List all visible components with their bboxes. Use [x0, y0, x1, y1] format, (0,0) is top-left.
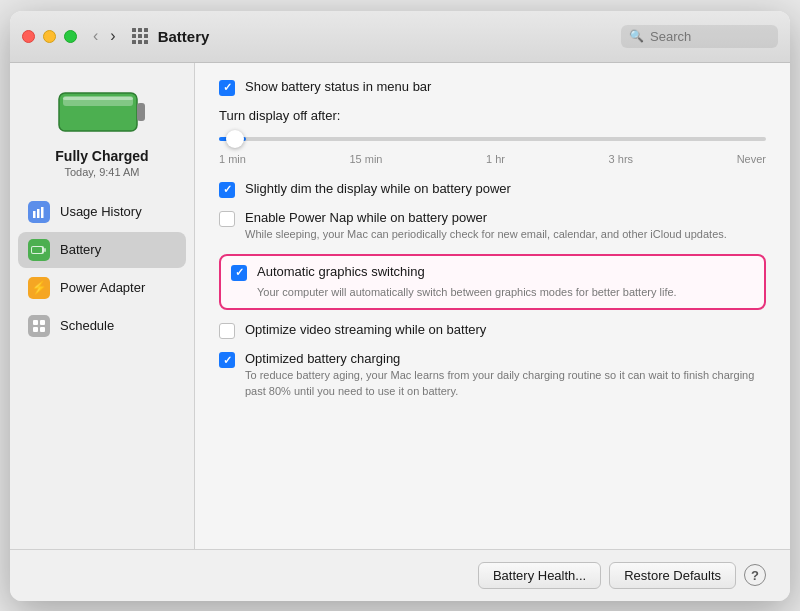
schedule-label: Schedule	[60, 318, 114, 333]
bottom-buttons: Battery Health... Restore Defaults ?	[10, 549, 790, 601]
titlebar: ‹ › Battery 🔍	[10, 11, 790, 63]
optimize-streaming-row: Optimize video streaming while on batter…	[219, 322, 766, 339]
power-nap-desc: While sleeping, your Mac can periodicall…	[245, 227, 727, 242]
content-area: Fully Charged Today, 9:41 AM Usage Histo…	[10, 63, 790, 549]
checkmark-icon: ✓	[235, 267, 244, 278]
minimize-button[interactable]	[43, 30, 56, 43]
slider-thumb[interactable]	[226, 130, 244, 148]
marker-never: Never	[737, 153, 766, 165]
schedule-icon	[28, 315, 50, 337]
usage-history-icon	[28, 201, 50, 223]
power-nap-text: Enable Power Nap while on battery power …	[245, 210, 727, 242]
help-button[interactable]: ?	[744, 564, 766, 586]
marker-3hrs: 3 hrs	[609, 153, 633, 165]
optimized-charging-label: Optimized battery charging	[245, 351, 766, 366]
marker-15min: 15 min	[349, 153, 382, 165]
main-panel: ✓ Show battery status in menu bar Turn d…	[195, 63, 790, 549]
maximize-button[interactable]	[64, 30, 77, 43]
optimized-charging-checkbox[interactable]: ✓	[219, 352, 235, 368]
search-icon: 🔍	[629, 29, 644, 43]
battery-label: Battery	[60, 242, 101, 257]
battery-status: Fully Charged Today, 9:41 AM	[55, 148, 148, 178]
dim-display-row: ✓ Slightly dim the display while on batt…	[219, 181, 766, 198]
sidebar-item-power-adapter[interactable]: ⚡ Power Adapter	[18, 270, 186, 306]
battery-nav-icon	[28, 239, 50, 261]
restore-defaults-button[interactable]: Restore Defaults	[609, 562, 736, 589]
search-input[interactable]	[650, 29, 770, 44]
grid-icon[interactable]	[132, 28, 148, 44]
optimize-streaming-label: Optimize video streaming while on batter…	[245, 322, 486, 337]
system-preferences-window: ‹ › Battery 🔍	[10, 11, 790, 601]
auto-graphics-checkbox[interactable]: ✓	[231, 265, 247, 281]
power-nap-checkbox[interactable]	[219, 211, 235, 227]
svg-rect-10	[33, 320, 38, 325]
optimize-streaming-checkbox[interactable]	[219, 323, 235, 339]
auto-graphics-label: Automatic graphics switching	[257, 264, 425, 279]
power-adapter-label: Power Adapter	[60, 280, 145, 295]
sidebar-item-battery[interactable]: Battery	[18, 232, 186, 268]
optimized-charging-text: Optimized battery charging To reduce bat…	[245, 351, 766, 399]
svg-rect-4	[33, 211, 36, 218]
slider-markers: 1 min 15 min 1 hr 3 hrs Never	[219, 153, 766, 165]
dim-display-label: Slightly dim the display while on batter…	[245, 181, 511, 196]
search-box[interactable]: 🔍	[621, 25, 778, 48]
show-battery-checkbox[interactable]: ✓	[219, 80, 235, 96]
checkmark-icon: ✓	[223, 184, 232, 195]
sidebar-item-schedule[interactable]: Schedule	[18, 308, 186, 344]
checkmark-icon: ✓	[223, 82, 232, 93]
svg-rect-6	[41, 207, 44, 218]
auto-graphics-desc: Your computer will automatically switch …	[257, 285, 754, 300]
auto-graphics-section: ✓ Automatic graphics switching Your comp…	[219, 254, 766, 310]
power-nap-label: Enable Power Nap while on battery power	[245, 210, 727, 225]
slider-track	[219, 137, 766, 141]
battery-status-time: Today, 9:41 AM	[55, 166, 148, 178]
checkmark-icon: ✓	[223, 355, 232, 366]
svg-rect-8	[44, 248, 46, 252]
marker-1min: 1 min	[219, 153, 246, 165]
auto-graphics-row: ✓ Automatic graphics switching	[231, 264, 754, 281]
battery-status-title: Fully Charged	[55, 148, 148, 164]
back-button[interactable]: ‹	[89, 25, 102, 47]
usage-history-label: Usage History	[60, 204, 142, 219]
battery-graphic	[57, 85, 147, 140]
sidebar-nav: Usage History Battery ⚡	[10, 194, 194, 346]
turn-display-off-label: Turn display off after:	[219, 108, 766, 123]
sidebar: Fully Charged Today, 9:41 AM Usage Histo…	[10, 63, 195, 549]
dim-display-checkbox[interactable]: ✓	[219, 182, 235, 198]
power-nap-row: Enable Power Nap while on battery power …	[219, 210, 766, 242]
display-off-slider-section: Turn display off after: 1 min 15 min 1 h…	[219, 108, 766, 165]
svg-rect-13	[40, 327, 45, 332]
sidebar-item-usage-history[interactable]: Usage History	[18, 194, 186, 230]
svg-rect-3	[63, 97, 133, 100]
optimized-charging-row: ✓ Optimized battery charging To reduce b…	[219, 351, 766, 399]
close-button[interactable]	[22, 30, 35, 43]
battery-health-button[interactable]: Battery Health...	[478, 562, 601, 589]
window-title: Battery	[158, 28, 621, 45]
show-battery-label: Show battery status in menu bar	[245, 79, 431, 94]
battery-icon-container	[57, 85, 147, 140]
power-adapter-icon: ⚡	[28, 277, 50, 299]
svg-rect-1	[137, 103, 145, 121]
svg-rect-11	[40, 320, 45, 325]
display-off-slider[interactable]	[219, 129, 766, 149]
show-battery-row: ✓ Show battery status in menu bar	[219, 79, 766, 96]
traffic-lights	[22, 30, 77, 43]
nav-buttons: ‹ ›	[89, 25, 120, 47]
forward-button[interactable]: ›	[106, 25, 119, 47]
optimized-charging-desc: To reduce battery aging, your Mac learns…	[245, 368, 766, 399]
svg-rect-9	[32, 247, 42, 253]
svg-rect-12	[33, 327, 38, 332]
marker-1hr: 1 hr	[486, 153, 505, 165]
svg-rect-5	[37, 209, 40, 218]
